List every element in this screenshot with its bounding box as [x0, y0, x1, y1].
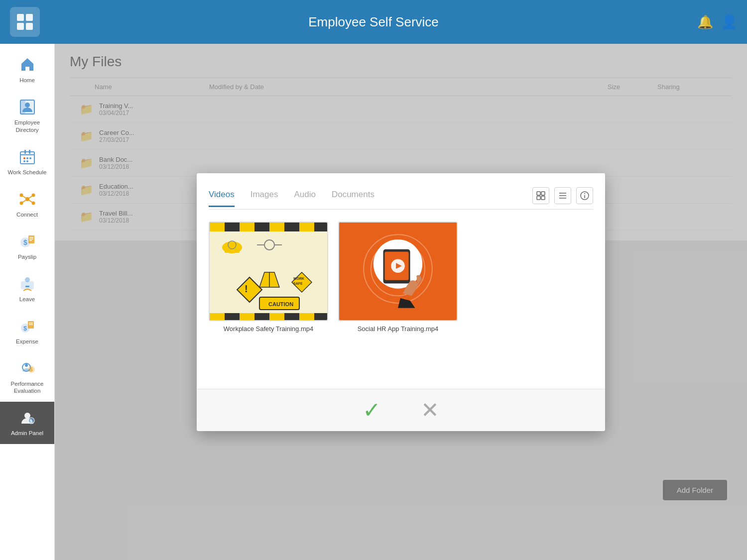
- svg-text:CAUTION: CAUTION: [268, 301, 293, 307]
- svg-text:$: $: [23, 325, 27, 332]
- sidebar-item-work-schedule[interactable]: Work Schedule: [0, 141, 54, 183]
- modal-overlay: Videos Images Audio Documents: [55, 44, 747, 560]
- svg-rect-7: [20, 100, 25, 114]
- sidebar-item-home[interactable]: Home: [0, 49, 54, 91]
- video-item-hr-app[interactable]: Social HR App Training.mp4: [338, 222, 458, 377]
- modal-header: Videos Images Audio Documents: [197, 173, 605, 210]
- svg-point-12: [23, 157, 25, 159]
- svg-text:SAFE: SAFE: [293, 282, 303, 285]
- svg-point-14: [29, 157, 31, 159]
- confirm-button[interactable]: ✓: [363, 399, 381, 421]
- svg-text:$: $: [30, 367, 33, 372]
- header-title: Employee Self Service: [308, 14, 439, 30]
- video-item-safety[interactable]: ! WORK SAFE C: [209, 222, 328, 377]
- list-view-button[interactable]: [554, 187, 571, 204]
- svg-point-6: [25, 103, 30, 108]
- svg-rect-61: [269, 223, 284, 231]
- svg-rect-67: [299, 313, 314, 321]
- svg-rect-3: [26, 23, 33, 30]
- svg-point-56: [584, 193, 585, 194]
- tab-audio[interactable]: Audio: [294, 190, 315, 207]
- svg-rect-28: [28, 235, 34, 243]
- tab-documents[interactable]: Documents: [332, 190, 374, 207]
- svg-point-15: [23, 160, 25, 162]
- sidebar-item-performance-evaluation[interactable]: $ Performance Evaluation: [0, 352, 54, 402]
- svg-rect-69: [225, 250, 240, 253]
- svg-rect-66: [269, 313, 284, 321]
- svg-point-16: [26, 160, 28, 162]
- svg-rect-62: [299, 223, 314, 231]
- user-icon[interactable]: 👤: [721, 14, 737, 30]
- info-button[interactable]: [576, 187, 593, 204]
- modal-body: ! WORK SAFE C: [197, 210, 605, 389]
- notification-icon[interactable]: 🔔: [697, 14, 713, 30]
- svg-rect-50: [541, 196, 545, 200]
- svg-rect-60: [240, 223, 254, 231]
- svg-rect-11: [29, 150, 30, 154]
- grid-view-button[interactable]: [532, 187, 549, 204]
- tab-videos[interactable]: Videos: [209, 190, 235, 207]
- svg-line-22: [21, 195, 27, 199]
- sidebar: Home Employee Directory: [0, 44, 55, 560]
- view-toggle-group: [532, 187, 593, 209]
- svg-line-24: [21, 199, 27, 203]
- app-logo[interactable]: [10, 7, 40, 37]
- tab-images[interactable]: Images: [250, 190, 278, 207]
- header-actions: 🔔 👤: [697, 14, 737, 30]
- svg-point-33: [25, 277, 30, 282]
- svg-text:!: !: [245, 283, 248, 294]
- svg-point-41: [25, 364, 28, 367]
- svg-rect-47: [537, 192, 540, 195]
- svg-rect-48: [541, 192, 545, 195]
- svg-line-23: [27, 195, 33, 199]
- video-thumbnail-safety: ! WORK SAFE C: [209, 222, 328, 321]
- svg-rect-32: [21, 282, 33, 289]
- sidebar-item-admin-panel[interactable]: $ Admin Panel: [0, 402, 54, 444]
- svg-rect-59: [210, 223, 225, 231]
- svg-line-25: [27, 199, 33, 203]
- sidebar-item-leave[interactable]: Leave: [0, 268, 54, 310]
- svg-text:$: $: [23, 238, 27, 246]
- svg-rect-1: [26, 14, 33, 21]
- video-label-safety: Workplace Safety Training.mp4: [224, 325, 313, 333]
- content-area: My Files Name Modified by & Date Size Sh…: [55, 44, 747, 560]
- svg-rect-34: [25, 286, 29, 287]
- media-picker-modal: Videos Images Audio Documents: [197, 173, 605, 431]
- svg-rect-65: [240, 313, 254, 321]
- svg-rect-10: [24, 150, 26, 154]
- sidebar-item-employee-directory[interactable]: Employee Directory: [0, 91, 54, 141]
- svg-text:$: $: [30, 419, 32, 424]
- modal-tabs: Videos Images Audio Documents: [209, 183, 593, 210]
- sidebar-item-expense[interactable]: $ Expense: [0, 310, 54, 352]
- sidebar-item-payslip[interactable]: $ Payslip: [0, 225, 54, 268]
- svg-rect-2: [17, 23, 24, 30]
- top-header: Employee Self Service 🔔 👤: [0, 0, 747, 44]
- svg-rect-0: [17, 14, 24, 21]
- modal-footer: ✓ ✕: [197, 389, 605, 431]
- video-label-hr-app: Social HR App Training.mp4: [358, 325, 439, 333]
- cancel-button[interactable]: ✕: [421, 399, 439, 421]
- svg-rect-49: [537, 196, 540, 200]
- video-thumbnail-hr-app: [338, 222, 458, 321]
- svg-text:WORK: WORK: [293, 277, 304, 280]
- svg-point-44: [24, 413, 30, 419]
- sidebar-item-connect[interactable]: Connect: [0, 183, 54, 225]
- svg-rect-64: [210, 313, 225, 321]
- svg-point-13: [26, 157, 28, 159]
